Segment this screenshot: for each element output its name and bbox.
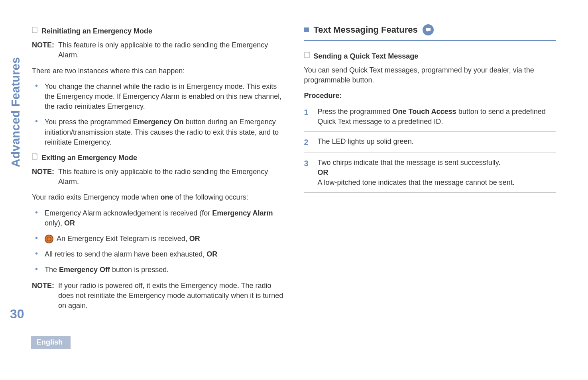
list-item: You press the programmed Emergency On bu… — [39, 117, 284, 147]
list-item: All retries to send the alarm have been … — [39, 249, 284, 259]
step-number: 2 — [304, 137, 311, 148]
antenna-icon — [45, 235, 53, 243]
note-block: NOTE: This feature is only applicable to… — [32, 167, 284, 187]
paragraph: Your radio exits Emergency mode when one… — [32, 192, 284, 202]
subheading-sending: Sending a Quick Text Message — [304, 51, 557, 61]
page-icon — [304, 52, 310, 61]
list-item: An Emergency Exit Telegram is received, … — [39, 234, 284, 244]
section-heading: Text Messaging Features — [304, 24, 557, 41]
step-item: 1 Press the programmed One Touch Access … — [304, 105, 557, 132]
note-block: NOTE: This feature is only applicable to… — [32, 40, 284, 60]
note-text: This feature is only applicable to the r… — [58, 167, 284, 187]
list-item: You change the channel while the radio i… — [39, 82, 284, 112]
message-icon — [423, 24, 434, 35]
step-item: 3 Two chirps indicate that the message i… — [304, 153, 557, 193]
list-item: Emergency Alarm acknowledgement is recei… — [39, 208, 284, 228]
subheading-text: Exiting an Emergency Mode — [41, 153, 137, 163]
note-label: NOTE: — [32, 40, 54, 60]
list-item: The Emergency Off button is pressed. — [39, 265, 284, 275]
procedure-label: Procedure: — [304, 91, 557, 101]
note-text: This feature is only applicable to the r… — [58, 40, 284, 60]
step-text: Press the programmed One Touch Access bu… — [318, 107, 557, 127]
note-label: NOTE: — [32, 167, 54, 187]
subheading-reinitiating: Reinitiating an Emergency Mode — [32, 26, 284, 36]
note-label: NOTE: — [32, 281, 54, 311]
paragraph: There are two instances where this can h… — [32, 66, 284, 76]
step-number: 1 — [304, 107, 311, 127]
subheading-text: Reinitiating an Emergency Mode — [41, 26, 152, 36]
square-bullet-icon — [304, 27, 309, 32]
section-title: Text Messaging Features — [314, 24, 418, 36]
step-text: Two chirps indicate that the message is … — [318, 158, 515, 188]
bullet-list: You change the channel while the radio i… — [32, 82, 284, 147]
steps-list: 1 Press the programmed One Touch Access … — [304, 105, 557, 193]
subheading-exiting: Exiting an Emergency Mode — [32, 153, 284, 163]
step-text: The LED lights up solid green. — [318, 137, 414, 148]
paragraph: You can send Quick Text messages, progra… — [304, 65, 557, 85]
right-column: Text Messaging Features Sending a Quick … — [304, 24, 557, 316]
subheading-text: Sending a Quick Text Message — [314, 51, 419, 61]
step-item: 2 The LED lights up solid green. — [304, 132, 557, 153]
note-text: If your radio is powered off, it exits t… — [58, 281, 284, 311]
page-content: Reinitiating an Emergency Mode NOTE: Thi… — [0, 0, 588, 340]
page-icon — [32, 153, 37, 162]
step-number: 3 — [304, 158, 311, 188]
page-icon — [32, 27, 37, 35]
footer-language: English — [31, 336, 71, 349]
sidebar-section-title: Advanced Features — [9, 57, 22, 167]
note-block: NOTE: If your radio is powered off, it e… — [32, 281, 284, 311]
left-column: Reinitiating an Emergency Mode NOTE: Thi… — [32, 24, 284, 316]
page-number: 30 — [10, 307, 24, 321]
bullet-list: Emergency Alarm acknowledgement is recei… — [32, 208, 284, 275]
